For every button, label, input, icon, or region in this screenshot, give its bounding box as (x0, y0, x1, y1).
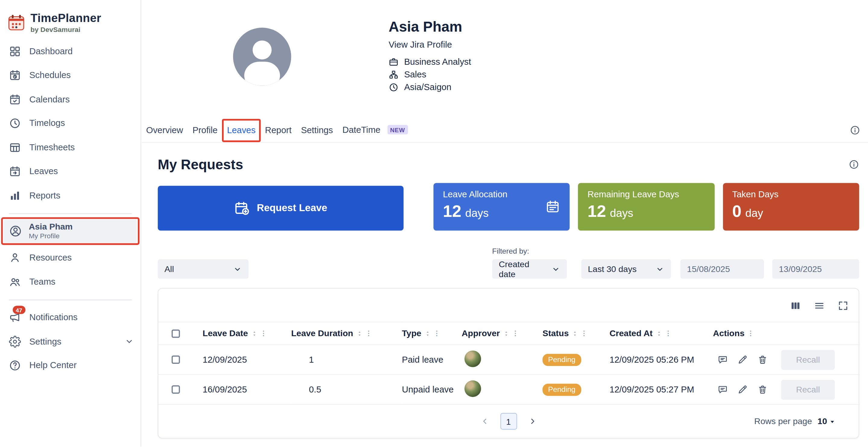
filter-field-select[interactable]: Created date (492, 259, 567, 279)
edit-icon[interactable] (737, 384, 748, 395)
chevron-down-icon (551, 265, 560, 273)
fullscreen-icon[interactable] (838, 300, 849, 311)
edit-icon[interactable] (737, 354, 748, 365)
column-menu-icon[interactable] (747, 330, 754, 337)
request-leave-button[interactable]: Request Leave (158, 186, 404, 231)
chevron-down-icon (655, 265, 664, 273)
cell-created-at: 12/09/2025 05:26 PM (610, 345, 713, 374)
card-remaining-leave-days: Remaining Leave Days 12 days (578, 183, 714, 231)
tab-datetime[interactable]: DateTime NEW (342, 122, 408, 138)
sidebar-item-label: Dashboard (29, 46, 73, 56)
sidebar-item-my-profile[interactable]: Asia Pham My Profile (4, 219, 137, 242)
comment-icon[interactable] (717, 354, 728, 365)
sidebar-item-schedules[interactable]: Schedules (0, 63, 141, 88)
dashboard-icon (9, 45, 21, 57)
sidebar-item-calendars[interactable]: Calendars (0, 88, 141, 111)
page-number-button[interactable]: 1 (500, 413, 517, 429)
row-checkbox[interactable] (172, 385, 180, 394)
sidebar-item-teams[interactable]: Teams (0, 270, 141, 294)
sidebar-item-leaves[interactable]: Leaves (0, 160, 141, 184)
sort-icon[interactable] (251, 329, 257, 338)
sidebar-item-notifications[interactable]: 47 Notifications (0, 305, 141, 330)
sidebar-item-label: Timelogs (29, 118, 65, 128)
sidebar-item-resources[interactable]: Resources (0, 246, 141, 270)
table-row[interactable]: 16/09/2025 0.5 Unpaid leave Pending 12/0… (158, 375, 860, 405)
column-menu-icon[interactable] (433, 330, 441, 337)
delete-icon[interactable] (757, 384, 768, 395)
column-menu-icon[interactable] (260, 330, 268, 337)
column-menu-icon[interactable] (664, 330, 672, 337)
column-header-leave-date: Leave Date (203, 328, 248, 338)
sidebar-item-label: Schedules (29, 70, 70, 80)
sidebar-item-timesheets[interactable]: Timesheets (0, 136, 141, 160)
card-value: 12 (588, 202, 606, 220)
sidebar-item-settings[interactable]: Settings (0, 330, 141, 354)
info-icon[interactable] (849, 159, 859, 170)
chevron-down-icon (125, 337, 134, 346)
sidebar-item-timelogs[interactable]: Timelogs (0, 111, 141, 136)
date-to-input[interactable]: 13/09/2025 (772, 259, 859, 279)
view-jira-profile-link[interactable]: View Jira Profile (389, 40, 471, 50)
date-from-input[interactable]: 15/08/2025 (680, 259, 764, 279)
density-icon[interactable] (814, 300, 825, 311)
chevron-down-icon (233, 265, 242, 273)
sort-icon[interactable] (503, 329, 509, 338)
sidebar-item-help-center[interactable]: Help Center (0, 354, 141, 378)
sidebar-item-label: Reports (29, 191, 60, 201)
recall-button[interactable]: Recall (781, 350, 835, 370)
delete-icon[interactable] (757, 354, 768, 365)
status-badge: Pending (542, 354, 581, 366)
approver-avatar (464, 350, 481, 367)
comment-icon[interactable] (717, 384, 728, 395)
card-value: 12 (443, 202, 461, 220)
meta-role: Business Analyst (389, 57, 471, 67)
cell-leave-date: 12/09/2025 (203, 345, 291, 374)
sort-icon[interactable] (572, 329, 578, 338)
sidebar-divider (9, 213, 131, 214)
previous-page-button[interactable] (476, 413, 493, 429)
request-leave-label: Request Leave (257, 202, 327, 214)
sidebar-divider (9, 300, 131, 300)
columns-icon[interactable] (790, 300, 801, 311)
notification-count-badge: 47 (13, 306, 25, 314)
type-filter-select[interactable]: All (158, 259, 249, 279)
column-menu-icon[interactable] (365, 330, 373, 337)
date-range-select[interactable]: Last 30 days (581, 259, 671, 279)
sidebar-item-dashboard[interactable]: Dashboard (0, 39, 141, 63)
card-taken-days: Taken Days 0 day (723, 183, 859, 231)
tab-leaves[interactable]: Leaves (227, 123, 256, 138)
sort-icon[interactable] (356, 329, 363, 338)
sidebar-item-reports[interactable]: Reports (0, 183, 141, 208)
profile-meta: Business Analyst Sales (389, 57, 471, 92)
column-menu-icon[interactable] (580, 330, 588, 337)
chevron-left-icon (480, 417, 489, 425)
sort-icon[interactable] (656, 329, 662, 338)
schedule-calendar-icon (9, 69, 21, 81)
tab-report[interactable]: Report (265, 123, 292, 138)
sort-icon[interactable] (425, 329, 431, 338)
profile-name: Asia Pham (389, 19, 471, 36)
new-badge: NEW (387, 125, 408, 134)
pagination: 1 Rows per page 10 (158, 405, 859, 438)
cell-type: Unpaid leave (402, 375, 462, 405)
rows-per-page-select[interactable]: 10 (818, 416, 837, 426)
bar-chart-icon (9, 190, 21, 202)
tab-settings[interactable]: Settings (301, 123, 333, 138)
calendar-check-icon (9, 93, 21, 105)
select-all-checkbox[interactable] (172, 329, 180, 338)
column-header-created-at: Created At (610, 328, 653, 338)
sidebar-nav-people: Resources Teams (0, 246, 141, 294)
table-row[interactable]: 12/09/2025 1 Paid leave Pending 12/09/20… (158, 345, 860, 374)
column-menu-icon[interactable] (512, 330, 519, 337)
row-checkbox[interactable] (172, 355, 180, 364)
recall-button[interactable]: Recall (781, 380, 835, 400)
tab-profile[interactable]: Profile (192, 123, 217, 138)
sidebar-item-label: Timesheets (29, 142, 75, 152)
tab-overview[interactable]: Overview (146, 123, 183, 138)
table-toolbar (158, 288, 859, 322)
app-logo-icon (7, 13, 26, 32)
caret-down-icon (828, 417, 837, 425)
next-page-button[interactable] (524, 413, 540, 429)
cell-created-at: 12/09/2025 05:27 PM (610, 375, 713, 405)
info-icon[interactable] (849, 125, 860, 136)
